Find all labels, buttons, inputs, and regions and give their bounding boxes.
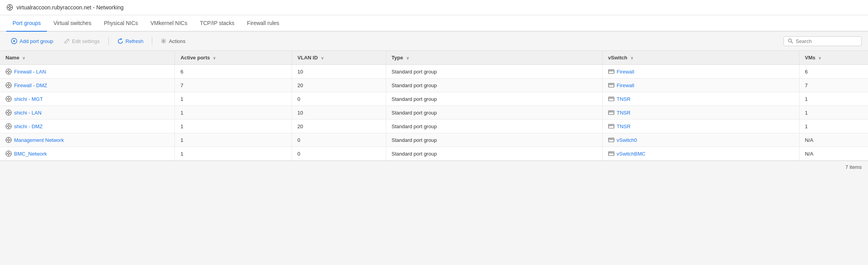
sort-name-icon: ∨ <box>22 56 25 60</box>
vswitch-link[interactable]: TNSR <box>608 96 794 102</box>
cell-vms: 6 <box>799 65 868 79</box>
table-row: shichi - MGT 1 0 Standard port group TNS… <box>0 92 868 106</box>
tab-vmkernel-nics[interactable]: VMkernel NICs <box>144 15 194 32</box>
vswitch-link[interactable]: Firewall <box>608 68 794 75</box>
items-count: 7 items <box>845 164 862 170</box>
port-group-name-link[interactable]: shichi - LAN <box>5 109 169 116</box>
port-group-name-text: Management Network <box>14 137 64 143</box>
sort-vlan-icon: ∨ <box>321 56 324 60</box>
vswitch-link[interactable]: TNSR <box>608 123 794 129</box>
col-type[interactable]: Type ∨ <box>386 51 602 65</box>
tab-tcpip-stacks[interactable]: TCP/IP stacks <box>194 15 241 32</box>
col-active-ports[interactable]: Active ports ∨ <box>175 51 292 65</box>
tab-virtual-switches[interactable]: Virtual switches <box>47 15 97 32</box>
cell-vms: 7 <box>799 79 868 92</box>
edit-settings-button[interactable]: Edit settings <box>59 36 104 47</box>
cell-type: Standard port group <box>386 92 602 106</box>
cell-vlan-id: 20 <box>292 120 386 133</box>
cell-vswitch: vSwitch0 <box>602 133 799 147</box>
port-group-name-link[interactable]: Firewall - DMZ <box>5 82 169 88</box>
vswitch-link[interactable]: vSwitch0 <box>608 137 794 143</box>
tab-physical-nics[interactable]: Physical NICs <box>97 15 144 32</box>
table-row: Firewall - DMZ 7 20 Standard port group … <box>0 79 868 92</box>
actions-button[interactable]: Actions <box>156 36 190 47</box>
search-box <box>783 36 862 46</box>
sort-vswitch-icon: ∨ <box>630 56 633 60</box>
cell-type: Standard port group <box>386 133 602 147</box>
port-group-name-text: BMC_Network <box>14 151 47 157</box>
vswitch-name-text: Firewall <box>617 82 634 88</box>
cell-name: shichi - DMZ <box>0 120 175 133</box>
cell-vswitch: TNSR <box>602 120 799 133</box>
vswitch-icon <box>608 137 614 143</box>
port-group-icon <box>5 137 12 143</box>
refresh-button[interactable]: Refresh <box>113 36 148 47</box>
table-row: Management Network 1 0 Standard port gro… <box>0 133 868 147</box>
status-footer: 7 items <box>0 161 868 173</box>
search-input[interactable] <box>796 38 854 44</box>
svg-rect-93 <box>610 152 611 153</box>
svg-rect-71 <box>613 125 613 126</box>
cell-vlan-id: 0 <box>292 133 386 147</box>
port-group-name-link[interactable]: shichi - DMZ <box>5 123 169 129</box>
col-vlan-id[interactable]: VLAN ID ∨ <box>292 51 386 65</box>
add-icon <box>11 38 17 44</box>
search-icon <box>788 38 793 44</box>
cell-name: BMC_Network <box>0 147 175 161</box>
svg-rect-82 <box>612 139 612 140</box>
vswitch-link[interactable]: vSwitchBMC <box>608 150 794 157</box>
network-icon <box>6 4 13 11</box>
sort-type-icon: ∨ <box>406 56 409 60</box>
cell-vswitch: TNSR <box>602 92 799 106</box>
port-groups-table: Name ∨ Active ports ∨ VLAN ID ∨ Type ∨ v… <box>0 51 868 161</box>
svg-rect-83 <box>613 139 613 140</box>
vswitch-name-text: TNSR <box>617 124 630 129</box>
vswitch-link[interactable]: Firewall <box>608 82 794 88</box>
sort-vms-icon: ∨ <box>818 56 821 60</box>
port-group-name-link[interactable]: Firewall - LAN <box>5 68 169 75</box>
cell-active-ports: 1 <box>175 147 292 161</box>
port-group-name-link[interactable]: BMC_Network <box>5 150 169 157</box>
sort-active-ports-icon: ∨ <box>213 56 216 60</box>
table-row: BMC_Network 1 0 Standard port group vSwi… <box>0 147 868 161</box>
cell-type: Standard port group <box>386 79 602 92</box>
cell-vswitch: Firewall <box>602 79 799 92</box>
table-body: Firewall - LAN 6 10 Standard port group … <box>0 65 868 161</box>
cell-vswitch: Firewall <box>602 65 799 79</box>
port-group-name-text: shichi - LAN <box>14 110 41 116</box>
svg-rect-57 <box>610 111 611 112</box>
port-group-icon <box>5 150 12 157</box>
cell-type: Standard port group <box>386 65 602 79</box>
svg-rect-47 <box>613 98 613 98</box>
vswitch-name-text: Firewall <box>617 69 634 75</box>
svg-rect-81 <box>610 139 611 140</box>
port-group-name-link[interactable]: shichi - MGT <box>5 96 169 102</box>
svg-rect-68 <box>609 125 610 126</box>
cell-active-ports: 1 <box>175 133 292 147</box>
port-group-name-text: shichi - DMZ <box>14 124 43 129</box>
cell-name: Management Network <box>0 133 175 147</box>
cell-type: Standard port group <box>386 147 602 161</box>
col-vswitch[interactable]: vSwitch ∨ <box>602 51 799 65</box>
separator-1 <box>108 37 109 45</box>
svg-rect-33 <box>610 84 611 85</box>
cell-name: Firewall - DMZ <box>0 79 175 92</box>
col-name[interactable]: Name ∨ <box>0 51 175 65</box>
svg-rect-44 <box>609 98 610 98</box>
svg-rect-20 <box>609 70 610 71</box>
port-group-icon <box>5 96 12 102</box>
tab-firewall-rules[interactable]: Firewall rules <box>241 15 285 32</box>
cell-vms: 1 <box>799 106 868 120</box>
vswitch-icon <box>608 82 614 88</box>
add-port-group-button[interactable]: Add port group <box>6 36 58 47</box>
cell-vlan-id: 10 <box>292 65 386 79</box>
svg-rect-59 <box>613 111 613 112</box>
tab-port-groups[interactable]: Port groups <box>6 15 47 32</box>
cell-vlan-id: 10 <box>292 106 386 120</box>
port-group-icon <box>5 68 12 75</box>
col-vms[interactable]: VMs ∨ <box>799 51 868 65</box>
cell-vswitch: TNSR <box>602 106 799 120</box>
vswitch-link[interactable]: TNSR <box>608 109 794 116</box>
port-group-name-link[interactable]: Management Network <box>5 137 169 143</box>
port-group-icon <box>5 82 12 88</box>
